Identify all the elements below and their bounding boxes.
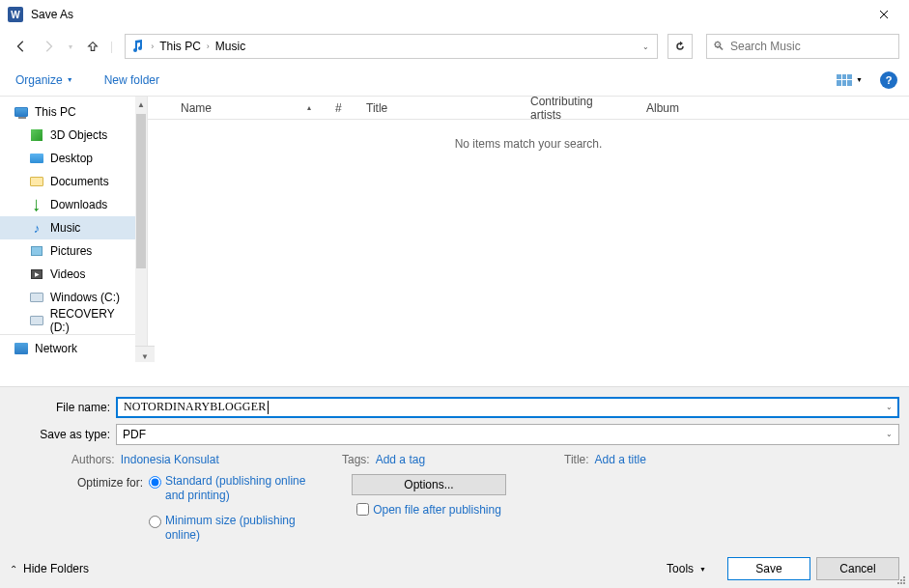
svg-rect-0 (903, 576, 905, 578)
view-icon (837, 74, 852, 86)
tree-this-pc[interactable]: This PC (0, 100, 135, 124)
col-number[interactable]: # (326, 101, 356, 115)
saveas-type-field[interactable]: PDF⌄ (116, 424, 899, 445)
tree-network[interactable]: Network (0, 334, 135, 357)
scroll-down-icon[interactable]: ▼ (135, 346, 155, 362)
authors-label: Authors: (71, 453, 115, 466)
forward-button[interactable] (37, 35, 60, 58)
scroll-thumb[interactable] (136, 114, 146, 268)
search-box[interactable]: 🔍︎ (706, 34, 899, 59)
window-title: Save As (31, 8, 73, 21)
breadcrumb-root[interactable]: This PC (159, 40, 201, 53)
col-name[interactable]: Name▴ (171, 101, 326, 115)
tags-label: Tags: (342, 453, 370, 466)
tree-downloads[interactable]: ⭣Downloads (0, 193, 135, 216)
music-icon: ♪ (29, 220, 44, 236)
svg-rect-1 (900, 579, 902, 581)
save-form: File name: NOTORDINARYBLOGGER⌄ Save as t… (0, 386, 909, 549)
breadcrumb-current[interactable]: Music (215, 40, 245, 53)
col-artists[interactable]: Contributing artists (521, 95, 637, 122)
column-headers: Name▴ # Title Contributing artists Album (148, 97, 909, 120)
radio-minimum[interactable]: Minimum size (publishing online) (149, 514, 323, 544)
filename-label: File name: (10, 401, 116, 414)
tree-documents[interactable]: Documents (0, 170, 135, 193)
svg-rect-5 (903, 582, 905, 584)
options-button[interactable]: Options... (352, 474, 506, 495)
tree-3d-objects[interactable]: 3D Objects (0, 124, 135, 147)
authors-value[interactable]: Indonesia Konsulat (121, 453, 219, 466)
command-bar: Organize▼ New folder ▼ ? (0, 64, 909, 97)
empty-message: No items match your search. (148, 120, 909, 151)
search-icon: 🔍︎ (713, 40, 724, 53)
cancel-button[interactable]: Cancel (816, 557, 899, 580)
word-icon: W (8, 7, 23, 22)
pictures-icon (31, 246, 43, 256)
tree-drive-c[interactable]: Windows (C:) (0, 286, 135, 309)
help-button[interactable]: ? (880, 71, 897, 89)
recent-dropdown[interactable]: ▾ (64, 35, 77, 58)
chevron-down-icon: ▼ (67, 76, 73, 83)
hide-folders-button[interactable]: ⌃Hide Folders (10, 562, 89, 575)
tools-button[interactable]: Tools▼ (667, 562, 706, 575)
col-album[interactable]: Album (637, 101, 772, 115)
back-button[interactable] (10, 35, 33, 58)
tree-videos[interactable]: Videos (0, 263, 135, 286)
search-input[interactable] (730, 40, 893, 53)
svg-rect-3 (897, 582, 899, 584)
saveas-label: Save as type: (10, 428, 116, 441)
col-title[interactable]: Title (356, 101, 521, 115)
tree-drive-d[interactable]: RECOVERY (D:) (0, 309, 135, 332)
network-icon (14, 343, 28, 354)
chevron-right-icon: › (207, 42, 210, 51)
scroll-up-icon[interactable]: ▲ (135, 97, 147, 112)
chevron-down-icon[interactable]: ⌄ (886, 403, 893, 411)
pc-icon (14, 107, 28, 117)
title-label: Title: (564, 453, 589, 466)
radio-standard[interactable]: Standard (publishing online and printing… (149, 474, 323, 504)
tree-scrollbar[interactable]: ▲ ▼ (135, 97, 147, 362)
tags-value[interactable]: Add a tag (376, 453, 425, 466)
resize-grip[interactable] (895, 574, 907, 586)
open-after-checkbox[interactable]: Open file after publishing (356, 503, 501, 517)
sort-caret-icon: ▴ (307, 103, 311, 112)
chevron-down-icon: ▼ (856, 76, 863, 83)
chevron-down-icon: ▼ (699, 566, 706, 573)
tree-desktop[interactable]: Desktop (0, 147, 135, 170)
organize-button[interactable]: Organize▼ (12, 70, 77, 91)
optimize-label: Optimize for: (62, 474, 149, 490)
folder-icon (30, 177, 43, 186)
file-list: Name▴ # Title Contributing artists Album… (147, 97, 909, 362)
svg-rect-2 (903, 579, 905, 581)
nav-tree[interactable]: This PC 3D Objects Desktop Documents ⭣Do… (0, 97, 135, 362)
chevron-up-icon: ⌃ (10, 564, 17, 574)
footer: ⌃Hide Folders Tools▼ Save Cancel (0, 549, 909, 588)
view-button[interactable]: ▼ (833, 72, 866, 88)
main-area: This PC 3D Objects Desktop Documents ⭣Do… (0, 97, 909, 362)
download-icon: ⭣ (29, 197, 44, 212)
videos-icon (31, 269, 43, 279)
cube-icon (31, 129, 43, 141)
music-icon (129, 39, 145, 54)
close-button[interactable] (866, 0, 901, 29)
tree-music[interactable]: ♪Music (0, 216, 135, 239)
chevron-right-icon: › (151, 42, 154, 51)
drive-icon (30, 316, 43, 325)
drive-icon (30, 293, 43, 302)
chevron-down-icon[interactable]: ⌄ (886, 430, 893, 438)
filename-field[interactable]: NOTORDINARYBLOGGER⌄ (116, 397, 899, 418)
desktop-icon (30, 154, 43, 163)
up-button[interactable] (81, 35, 104, 58)
address-bar[interactable]: › This PC › Music ⌄ (125, 34, 658, 59)
refresh-button[interactable] (668, 34, 693, 59)
address-dropdown-icon[interactable]: ⌄ (639, 42, 653, 51)
titlebar: W Save As (0, 0, 909, 29)
save-button[interactable]: Save (727, 557, 810, 580)
tree-pictures[interactable]: Pictures (0, 239, 135, 263)
new-folder-button[interactable]: New folder (100, 70, 163, 91)
svg-rect-4 (900, 582, 902, 584)
navbar: ▾ | › This PC › Music ⌄ 🔍︎ (0, 29, 909, 64)
title-value[interactable]: Add a title (595, 453, 646, 466)
